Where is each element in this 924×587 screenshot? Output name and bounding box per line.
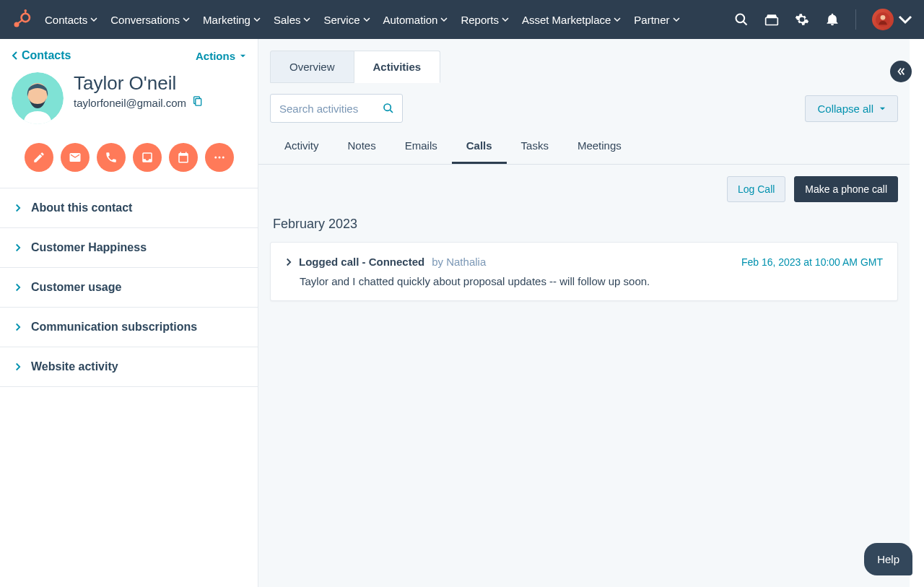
contact-name: Taylor O'neil <box>74 72 202 95</box>
double-chevron-left-icon <box>896 66 906 77</box>
actions-dropdown[interactable]: Actions <box>196 50 246 62</box>
chevron-down-icon <box>253 16 261 23</box>
nav-item-partner[interactable]: Partner <box>634 14 679 26</box>
compose-note-button[interactable] <box>25 143 53 172</box>
nav-item-asset-marketplace[interactable]: Asset Marketplace <box>522 14 621 26</box>
caret-down-icon <box>879 105 886 112</box>
accordion-customer-usage[interactable]: Customer usage <box>0 268 258 308</box>
chevron-down-icon <box>673 16 680 23</box>
nav-item-contacts[interactable]: Contacts <box>45 14 97 26</box>
card-by: by Nathalia <box>432 256 486 268</box>
collapse-right-panel-button[interactable] <box>890 61 912 82</box>
inbox-icon <box>141 151 154 164</box>
svg-point-5 <box>736 14 745 23</box>
accordion-customer-happiness[interactable]: Customer Happiness <box>0 228 258 268</box>
top-tabs: Overview Activities <box>258 39 910 83</box>
make-call-button[interactable] <box>97 143 126 172</box>
nav-items: Contacts Conversations Marketing Sales S… <box>45 14 734 26</box>
activity-subtabs: Activity Notes Emails Calls Tasks Meetin… <box>258 134 910 165</box>
card-title: Logged call - Connected <box>299 256 424 268</box>
nav-item-automation[interactable]: Automation <box>383 14 448 26</box>
chevron-right-icon <box>14 362 21 371</box>
top-navigation: Contacts Conversations Marketing Sales S… <box>0 0 924 39</box>
nav-item-service[interactable]: Service <box>323 14 370 26</box>
nav-item-reports[interactable]: Reports <box>461 14 509 26</box>
gear-icon[interactable] <box>795 12 809 27</box>
collapse-all-button[interactable]: Collapse all <box>805 95 898 122</box>
nav-right <box>734 9 912 30</box>
accordion-website-activity[interactable]: Website activity <box>0 347 258 387</box>
call-action-buttons: Log Call Make a phone call <box>258 165 910 214</box>
contact-sidebar: Contacts Actions Taylor O'neil taylorfon… <box>0 39 258 587</box>
svg-point-8 <box>768 16 770 17</box>
caret-down-icon <box>240 53 246 59</box>
accordion-about[interactable]: About this contact <box>0 188 258 228</box>
chevron-down-icon <box>363 16 370 23</box>
nav-item-conversations[interactable]: Conversations <box>110 14 190 26</box>
chevron-down-icon <box>898 12 912 27</box>
svg-point-12 <box>881 15 886 20</box>
subtab-activity[interactable]: Activity <box>270 134 334 164</box>
main-panel: Overview Activities Collapse all Activit… <box>258 39 910 587</box>
svg-rect-16 <box>196 99 201 106</box>
user-avatar <box>872 9 894 30</box>
call-log-card[interactable]: Logged call - Connected by Nathalia Feb … <box>270 242 898 301</box>
subtab-emails[interactable]: Emails <box>391 134 452 164</box>
calendar-icon <box>177 151 190 164</box>
back-to-contacts-link[interactable]: Contacts <box>12 49 71 62</box>
contact-header: Taylor O'neil taylorfoneil@gmail.com <box>0 68 258 134</box>
accordion-communication-subscriptions[interactable]: Communication subscriptions <box>0 308 258 347</box>
bell-icon[interactable] <box>825 12 840 27</box>
search-icon[interactable] <box>734 12 749 27</box>
send-email-button[interactable] <box>61 143 90 172</box>
hubspot-logo-icon[interactable] <box>12 9 32 30</box>
chevron-right-icon <box>14 323 21 331</box>
tab-activities[interactable]: Activities <box>354 51 441 83</box>
svg-point-20 <box>384 104 391 110</box>
svg-line-6 <box>744 22 747 25</box>
help-button[interactable]: Help <box>864 543 912 575</box>
subtab-notes[interactable]: Notes <box>334 134 391 164</box>
svg-point-19 <box>222 157 224 159</box>
accordion-sections: About this contact Customer Happiness Cu… <box>0 188 258 387</box>
marketplace-icon[interactable] <box>764 12 779 27</box>
chevron-right-icon <box>14 243 21 252</box>
chevron-down-icon <box>90 16 97 23</box>
chevron-right-icon <box>14 204 21 212</box>
subtab-tasks[interactable]: Tasks <box>507 134 563 164</box>
chevron-down-icon <box>502 16 509 23</box>
copy-email-button[interactable] <box>192 96 202 109</box>
contact-avatar <box>12 72 64 124</box>
chevron-down-icon <box>614 16 621 23</box>
user-menu[interactable] <box>872 9 912 30</box>
chevron-left-icon <box>12 51 19 60</box>
nav-item-sales[interactable]: Sales <box>274 14 311 26</box>
svg-point-17 <box>214 157 217 159</box>
subtab-calls[interactable]: Calls <box>452 134 507 164</box>
pencil-icon <box>32 151 45 164</box>
tab-overview[interactable]: Overview <box>270 51 354 83</box>
make-phone-call-button[interactable]: Make a phone call <box>794 176 898 202</box>
svg-line-21 <box>390 110 393 113</box>
svg-point-10 <box>774 16 775 17</box>
subtab-meetings[interactable]: Meetings <box>563 134 636 164</box>
search-activities <box>270 94 403 123</box>
log-call-button[interactable]: Log Call <box>727 176 785 202</box>
svg-point-18 <box>218 157 220 159</box>
log-activity-button[interactable] <box>133 143 162 172</box>
svg-rect-7 <box>766 18 778 25</box>
chevron-down-icon <box>440 16 448 23</box>
phone-icon <box>105 151 118 164</box>
search-icon[interactable] <box>383 103 394 114</box>
schedule-meeting-button[interactable] <box>169 143 198 172</box>
contact-email: taylorfoneil@gmail.com <box>74 97 186 109</box>
nav-item-marketing[interactable]: Marketing <box>203 14 261 26</box>
card-timestamp[interactable]: Feb 16, 2023 at 10:00 AM GMT <box>741 256 883 268</box>
month-header: February 2023 <box>258 214 910 242</box>
chevron-right-icon <box>14 283 21 292</box>
more-actions-button[interactable] <box>205 143 234 172</box>
chevron-right-icon <box>285 258 292 266</box>
svg-point-9 <box>771 16 772 17</box>
contact-action-icons <box>0 134 258 188</box>
envelope-icon <box>69 151 82 164</box>
